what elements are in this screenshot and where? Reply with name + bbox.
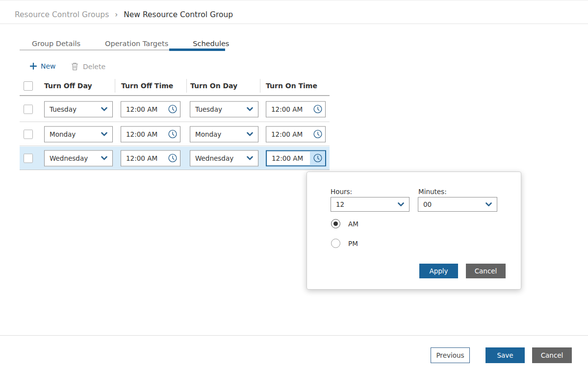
turn-on-time-value: 12:00 AM — [266, 130, 310, 138]
turn-off-day-value: Monday — [50, 130, 76, 138]
turn-on-time-value: 12:00 AM — [267, 154, 310, 162]
column-header-turn-on-day: Turn On Day — [190, 82, 237, 90]
turn-off-time-value: 12:00 AM — [121, 105, 165, 113]
turn-off-day-select[interactable]: Monday — [44, 126, 113, 142]
schedules-page: Resource Control Groups › New Resource C… — [0, 0, 588, 369]
turn-off-day-value: Tuesday — [50, 105, 77, 113]
table-header-border — [20, 95, 330, 96]
tab-group-details[interactable]: Group Details — [20, 40, 93, 48]
column-divider — [115, 79, 115, 93]
breadcrumb-separator-icon: › — [115, 10, 118, 19]
turn-off-time-input[interactable]: 12:00 AM — [121, 101, 180, 117]
delete-button[interactable]: Delete — [71, 62, 105, 71]
turn-off-day-select[interactable]: Tuesday — [44, 101, 113, 117]
pm-radio[interactable] — [331, 239, 340, 248]
footer-cancel-button[interactable]: Cancel — [532, 347, 572, 363]
row-checkbox[interactable] — [24, 129, 33, 139]
footer-divider — [0, 335, 588, 336]
turn-on-time-input[interactable]: 12:00 AM — [266, 101, 326, 117]
column-header-turn-off-time: Turn Off Time — [121, 82, 173, 90]
minutes-select[interactable]: 00 — [418, 197, 497, 212]
clock-icon[interactable] — [165, 101, 180, 117]
new-button[interactable]: New — [30, 62, 56, 70]
column-header-turn-off-day: Turn Off Day — [44, 82, 92, 90]
time-picker-popup: Hours: 12 Minutes: 00 AM PM Apply Cancel — [307, 172, 521, 290]
turn-on-day-select[interactable]: Monday — [190, 126, 258, 142]
plus-icon — [30, 63, 37, 70]
tab-underline-active — [169, 49, 225, 51]
am-radio-selected[interactable] — [331, 219, 340, 228]
turn-on-time-value: 12:00 AM — [266, 105, 310, 113]
clock-icon[interactable] — [310, 126, 325, 142]
hours-value: 12 — [336, 200, 344, 208]
column-divider — [260, 79, 260, 93]
am-option[interactable]: AM — [331, 219, 358, 228]
trash-icon — [71, 62, 78, 71]
turn-on-day-select[interactable]: Wednesday — [190, 150, 258, 166]
clock-icon[interactable] — [165, 150, 180, 166]
tab-operation-targets[interactable]: Operation Targets — [93, 40, 180, 48]
page-title: New Resource Control Group — [124, 10, 233, 19]
chevron-down-icon — [247, 107, 253, 111]
chevron-down-icon — [101, 107, 107, 111]
clock-icon[interactable] — [310, 151, 325, 165]
turn-off-time-value: 12:00 AM — [121, 154, 165, 162]
turn-off-time-input[interactable]: 12:00 AM — [121, 150, 180, 166]
minutes-value: 00 — [423, 200, 432, 208]
delete-button-label: Delete — [83, 63, 105, 71]
column-divider — [186, 79, 187, 93]
chevron-down-icon — [247, 132, 253, 136]
popup-cancel-button[interactable]: Cancel — [466, 264, 506, 278]
turn-on-day-value: Tuesday — [195, 105, 222, 113]
turn-off-time-value: 12:00 AM — [121, 130, 165, 138]
pm-option[interactable]: PM — [331, 239, 358, 248]
chevron-down-icon — [101, 132, 107, 136]
save-button[interactable]: Save — [486, 347, 525, 363]
tab-underline-inactive — [20, 49, 169, 50]
table-row-selected: Wednesday 12:00 AM Wednesday 12:00 AM — [20, 147, 330, 170]
breadcrumb-parent-link[interactable]: Resource Control Groups — [15, 10, 109, 19]
turn-on-day-value: Wednesday — [195, 154, 233, 162]
chevron-down-icon — [486, 202, 492, 207]
chevron-down-icon — [101, 156, 107, 160]
previous-button[interactable]: Previous — [431, 347, 470, 363]
new-button-label: New — [41, 62, 56, 70]
turn-on-day-value: Monday — [195, 130, 221, 138]
pm-label: PM — [348, 240, 358, 247]
table-row: Monday 12:00 AM Monday 12:00 AM — [20, 123, 330, 146]
chevron-down-icon — [398, 202, 404, 207]
am-label: AM — [348, 220, 358, 228]
turn-on-time-input-focused[interactable]: 12:00 AM — [266, 150, 326, 166]
tab-bar: Group Details Operation Targets Schedule… — [20, 37, 241, 50]
hours-select[interactable]: 12 — [331, 197, 409, 212]
clock-icon[interactable] — [165, 126, 180, 142]
header-divider — [0, 24, 588, 24]
turn-off-day-select[interactable]: Wednesday — [44, 150, 113, 166]
hours-label: Hours: — [331, 188, 352, 196]
turn-off-time-input[interactable]: 12:00 AM — [121, 126, 180, 142]
turn-on-day-select[interactable]: Tuesday — [190, 101, 258, 117]
chevron-down-icon — [247, 156, 253, 160]
breadcrumb: Resource Control Groups › New Resource C… — [15, 10, 233, 19]
table-row: Tuesday 12:00 AM Tuesday 12:00 AM — [20, 97, 330, 122]
row-checkbox[interactable] — [24, 104, 33, 114]
clock-icon[interactable] — [310, 101, 325, 117]
turn-on-time-input[interactable]: 12:00 AM — [266, 126, 326, 142]
select-all-checkbox[interactable] — [24, 81, 33, 91]
row-checkbox[interactable] — [24, 153, 33, 163]
minutes-label: Minutes: — [418, 188, 447, 196]
tab-schedules[interactable]: Schedules — [180, 40, 241, 48]
apply-button[interactable]: Apply — [419, 264, 458, 278]
turn-off-day-value: Wednesday — [50, 154, 88, 162]
column-header-turn-on-time: Turn On Time — [266, 82, 317, 90]
